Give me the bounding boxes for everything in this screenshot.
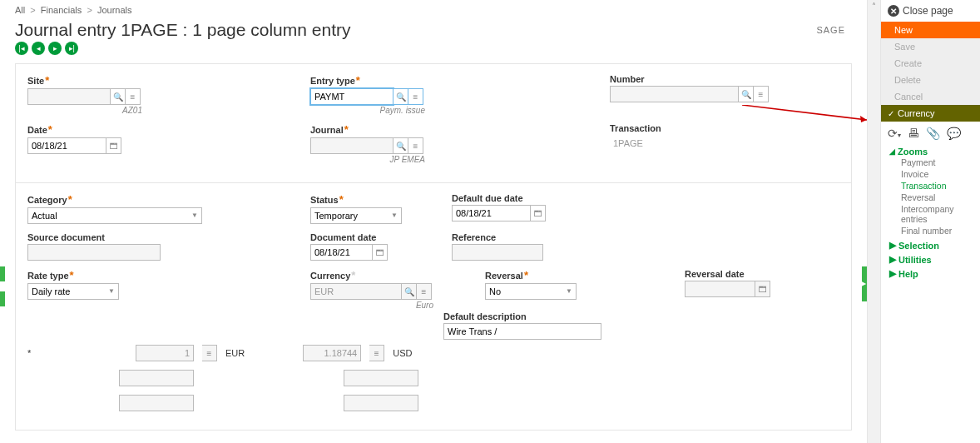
reference-label: Reference bbox=[452, 232, 560, 242]
page-title: Journal entry 1PAGE : 1 page column entr… bbox=[15, 20, 351, 40]
help-head[interactable]: ▶Help bbox=[881, 266, 980, 281]
refresh-icon[interactable]: ⟳▾ bbox=[888, 127, 901, 140]
breadcrumb: All > Financials > Journals bbox=[15, 3, 852, 20]
category-label: Category* bbox=[27, 193, 202, 206]
form-panel-2: Category* Actual Status* Temporary Defau… bbox=[15, 183, 852, 431]
number-input[interactable] bbox=[610, 86, 739, 102]
ratetype-select[interactable]: Daily rate bbox=[27, 283, 119, 300]
entrytype-label: Entry type* bbox=[310, 74, 452, 87]
breadcrumb-journals[interactable]: Journals bbox=[97, 5, 132, 15]
record-nav: |◂ ◂ ▸ ▸| bbox=[15, 42, 852, 55]
right-panel: ✕ Close page New Save Create Delete Canc… bbox=[880, 0, 980, 443]
reversal-label: Reversal* bbox=[485, 269, 585, 281]
vertical-scrollbar[interactable]: ˄ bbox=[867, 0, 880, 443]
nav-last-icon[interactable]: ▸| bbox=[65, 42, 78, 55]
reversaldate-calendar-icon: 🗔 bbox=[755, 281, 770, 297]
defaultdue-calendar-icon[interactable]: 🗔 bbox=[531, 205, 546, 222]
svg-marker-1 bbox=[860, 116, 867, 122]
status-label: Status* bbox=[310, 193, 402, 206]
selection-head[interactable]: ▶Selection bbox=[881, 238, 980, 252]
close-icon: ✕ bbox=[888, 5, 899, 17]
scroll-up-icon[interactable]: ˄ bbox=[872, 2, 876, 11]
reversaldate-label: Reversal date bbox=[685, 269, 784, 279]
left-edge-tab-2[interactable] bbox=[0, 291, 5, 306]
docdate-calendar-icon[interactable]: 🗔 bbox=[373, 244, 388, 261]
currency-lookup-icon: 🔍 bbox=[402, 283, 417, 300]
blank-box-2 bbox=[344, 370, 418, 386]
zoom-transaction[interactable]: Transaction bbox=[889, 180, 972, 192]
currency-button[interactable]: Currency bbox=[881, 105, 980, 122]
attach-icon[interactable]: 📎 bbox=[926, 127, 940, 140]
entrytype-lookup-icon[interactable]: 🔍 bbox=[393, 88, 408, 105]
sourcedoc-input[interactable] bbox=[27, 244, 161, 261]
entrytype-hint: Paym. issue bbox=[310, 106, 425, 115]
right-edge-tab[interactable]: ▶ bbox=[862, 266, 867, 301]
date-input[interactable] bbox=[27, 137, 106, 154]
journal-hint: JP EMEA bbox=[310, 155, 425, 164]
zooms-head[interactable]: ◢Zooms bbox=[889, 147, 972, 157]
rate-asterisk: * bbox=[27, 348, 36, 358]
journal-input[interactable] bbox=[310, 137, 393, 154]
date-label: Date* bbox=[27, 123, 161, 136]
number-label: Number bbox=[610, 74, 776, 84]
journal-lookup-icon[interactable]: 🔍 bbox=[393, 137, 408, 154]
reference-input[interactable] bbox=[452, 244, 543, 261]
zoom-reversal[interactable]: Reversal bbox=[889, 192, 972, 203]
blank-box-3 bbox=[119, 395, 194, 411]
transaction-label: Transaction bbox=[610, 123, 776, 133]
cancel-button: Cancel bbox=[881, 88, 980, 105]
transaction-value bbox=[610, 135, 770, 152]
journal-action-icon[interactable]: ≡ bbox=[408, 137, 423, 154]
docdate-label: Document date bbox=[310, 232, 402, 242]
reversal-select[interactable]: No bbox=[485, 283, 577, 300]
status-select[interactable]: Temporary bbox=[310, 207, 402, 224]
new-button[interactable]: New bbox=[881, 22, 980, 38]
date-calendar-icon[interactable]: 🗔 bbox=[106, 137, 121, 154]
nav-next-icon[interactable]: ▸ bbox=[48, 42, 62, 55]
number-lookup-icon[interactable]: 🔍 bbox=[739, 86, 754, 102]
site-lookup-icon[interactable]: 🔍 bbox=[111, 88, 126, 105]
comment-icon[interactable]: 💬 bbox=[947, 127, 961, 140]
rate2-currency: USD bbox=[393, 348, 412, 358]
ratetype-label: Rate type* bbox=[27, 269, 119, 281]
delete-button: Delete bbox=[881, 72, 980, 88]
save-button: Save bbox=[881, 38, 980, 55]
defdesc-label: Default description bbox=[443, 311, 610, 321]
defaultdue-input[interactable] bbox=[452, 205, 531, 222]
blank-box-4 bbox=[344, 395, 418, 411]
rate1-currency: EUR bbox=[225, 348, 245, 358]
left-edge-tab-1[interactable] bbox=[0, 266, 5, 281]
brand-label: SAGE bbox=[816, 25, 845, 35]
utilities-head[interactable]: ▶Utilities bbox=[881, 252, 980, 266]
close-page-button[interactable]: ✕ Close page bbox=[881, 0, 980, 22]
zoom-payment[interactable]: Payment bbox=[889, 157, 972, 168]
zoom-intercompany[interactable]: Intercompany entries bbox=[889, 203, 972, 225]
site-input[interactable] bbox=[27, 88, 111, 105]
entrytype-input[interactable] bbox=[310, 88, 393, 105]
breadcrumb-all[interactable]: All bbox=[15, 5, 25, 15]
nav-prev-icon[interactable]: ◂ bbox=[32, 42, 45, 55]
rate2-action-icon[interactable]: ≡ bbox=[369, 345, 384, 361]
print-icon[interactable]: 🖶 bbox=[908, 127, 919, 140]
currency-hint: Euro bbox=[310, 301, 433, 310]
nav-first-icon[interactable]: |◂ bbox=[15, 42, 28, 55]
zoom-final[interactable]: Final number bbox=[889, 225, 972, 236]
site-hint: AZ01 bbox=[27, 106, 142, 115]
rate1-action-icon[interactable]: ≡ bbox=[202, 345, 217, 361]
breadcrumb-financials[interactable]: Financials bbox=[41, 5, 82, 15]
rate1-value bbox=[136, 345, 194, 361]
number-action-icon[interactable]: ≡ bbox=[754, 86, 769, 102]
zoom-invoice[interactable]: Invoice bbox=[889, 168, 972, 180]
currency-action-icon[interactable]: ≡ bbox=[417, 283, 432, 300]
entrytype-action-icon[interactable]: ≡ bbox=[408, 88, 423, 105]
docdate-input[interactable] bbox=[310, 244, 373, 261]
form-panel: Site* 🔍 ≡ AZ01 Entry type* 🔍 ≡ P bbox=[15, 63, 852, 183]
sourcedoc-label: Source document bbox=[27, 232, 202, 242]
rate2-value bbox=[303, 345, 361, 361]
site-action-icon[interactable]: ≡ bbox=[126, 88, 141, 105]
defdesc-input[interactable] bbox=[443, 323, 601, 340]
currency-input bbox=[310, 283, 402, 300]
category-select[interactable]: Actual bbox=[27, 207, 202, 224]
defaultdue-label: Default due date bbox=[452, 193, 560, 203]
create-button: Create bbox=[881, 55, 980, 72]
